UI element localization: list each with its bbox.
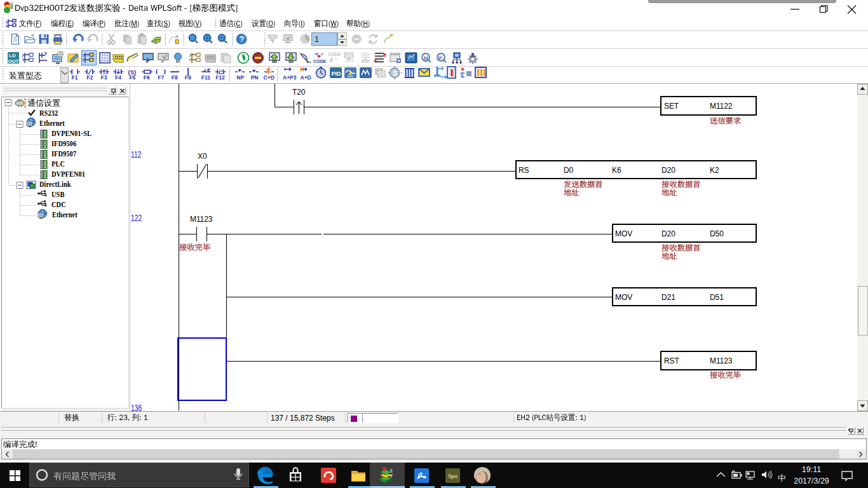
svg-text:F1: F1 [72, 74, 78, 81]
svg-text:x: x [390, 468, 393, 472]
svg-text:F9: F9 [185, 74, 191, 81]
svg-text:A+D: A+D [301, 74, 311, 81]
svg-text:C+D: C+D [264, 74, 275, 81]
svg-text:Spu: Spu [448, 473, 458, 479]
svg-text:NP: NP [236, 74, 244, 81]
svg-text:F12: F12 [215, 74, 225, 81]
svg-text:F7: F7 [158, 74, 164, 81]
svg-text:OIOI: OIOI [361, 52, 370, 57]
svg-text:F11: F11 [201, 74, 210, 81]
svg-text:F4: F4 [115, 74, 121, 81]
svg-text:M: M [424, 55, 428, 61]
svg-text:F6: F6 [144, 74, 150, 81]
svg-text:IP: IP [438, 56, 442, 60]
svg-text:F8: F8 [172, 74, 178, 81]
svg-text:CODE: CODE [328, 52, 341, 57]
svg-text:?: ? [240, 34, 245, 44]
svg-text:S: S [393, 70, 398, 77]
svg-text:PID: PID [332, 71, 342, 77]
svg-text:F3: F3 [101, 74, 107, 81]
svg-text:CODE: CODE [313, 59, 327, 64]
svg-text:A+P3: A+P3 [283, 74, 297, 81]
svg-text:PN: PN [251, 74, 259, 81]
svg-text:F5: F5 [129, 74, 135, 81]
svg-text:F2: F2 [86, 74, 93, 81]
svg-text:OUT: OUT [8, 58, 19, 64]
